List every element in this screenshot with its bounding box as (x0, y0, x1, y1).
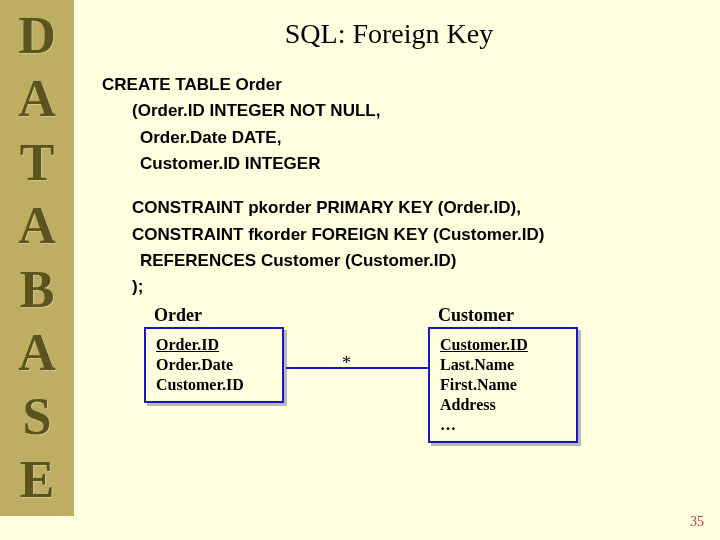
table-box-customer: Customer.ID Last.Name First.Name Address… (428, 327, 578, 443)
sidebar-letter: S (23, 391, 52, 443)
sidebar-letter: E (20, 454, 55, 506)
page-number: 35 (690, 514, 704, 530)
table-field: … (440, 415, 566, 435)
table-label-customer: Customer (438, 305, 514, 326)
table-field: Last.Name (440, 355, 566, 375)
sql-line: Customer.ID INTEGER (102, 151, 696, 177)
sidebar-letter: D (18, 10, 56, 62)
table-label-order: Order (154, 305, 202, 326)
sql-line: REFERENCES Customer (Customer.ID) (102, 248, 696, 274)
table-box-order: Order.ID Order.Date Customer.ID (144, 327, 284, 403)
sql-line: CONSTRAINT pkorder PRIMARY KEY (Order.ID… (102, 195, 696, 221)
sql-code-block: CREATE TABLE Order (Order.ID INTEGER NOT… (102, 72, 696, 301)
table-field: Order.Date (156, 355, 272, 375)
sidebar-database-letters: D A T A B A S E (0, 0, 74, 516)
sql-line: CREATE TABLE Order (102, 72, 696, 98)
table-field: First.Name (440, 375, 566, 395)
table-field-pk: Order.ID (156, 335, 272, 355)
sql-line: ); (102, 274, 696, 300)
slide-content: SQL: Foreign Key CREATE TABLE Order (Ord… (74, 0, 720, 516)
table-field: Address (440, 395, 566, 415)
table-field: Customer.ID (156, 375, 272, 395)
sql-line: CONSTRAINT fkorder FOREIGN KEY (Customer… (102, 222, 696, 248)
slide-title: SQL: Foreign Key (82, 18, 696, 50)
sidebar-letter: T (20, 137, 55, 189)
sql-line: Order.Date DATE, (102, 125, 696, 151)
sql-line: (Order.ID INTEGER NOT NULL, (102, 98, 696, 124)
relationship-line (286, 367, 428, 369)
cardinality-star: * (342, 353, 351, 374)
table-field-pk: Customer.ID (440, 335, 566, 355)
er-diagram: Order Order.ID Order.Date Customer.ID Cu… (132, 309, 696, 459)
sidebar-letter: B (20, 264, 55, 316)
sidebar-letter: A (18, 73, 56, 125)
sidebar-letter: A (18, 200, 56, 252)
sidebar-letter: A (18, 327, 56, 379)
